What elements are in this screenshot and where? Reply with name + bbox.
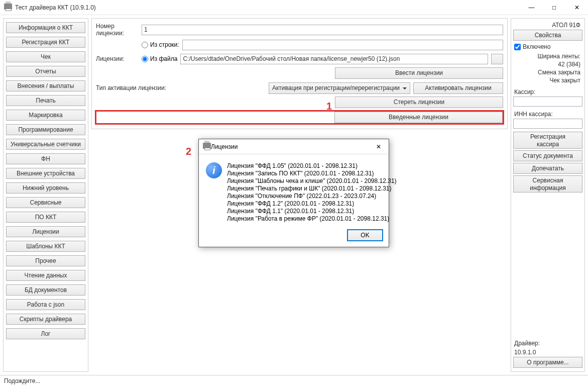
enter-licenses-button[interactable]: Ввести лицензии: [335, 67, 503, 79]
right-panel: АТОЛ 91Ф Свойства Включено Ширина ленты:…: [511, 18, 585, 372]
from-string-radio[interactable]: Из строки:: [142, 41, 179, 48]
service-info-button[interactable]: Сервиснаяинформация: [513, 175, 582, 192]
annotation-2: 2: [186, 146, 191, 157]
check-status: Чек закрыт: [513, 76, 582, 84]
cashier-label: Кассир:: [513, 87, 582, 96]
tape-width-label: Ширина ленты:: [513, 52, 582, 60]
nav-1[interactable]: Регистрация ККТ: [6, 37, 85, 48]
nav-21[interactable]: Лог: [6, 328, 85, 339]
file-path-input[interactable]: [180, 54, 488, 64]
nav-17[interactable]: Чтение данных: [6, 270, 85, 281]
shift-status: Смена закрыта: [513, 68, 582, 76]
maximize-button[interactable]: □: [543, 0, 565, 15]
entered-licenses-button[interactable]: Введенные лицензии: [334, 112, 503, 123]
activation-type-dropdown[interactable]: Активация при регистрации/перерегистраци…: [269, 82, 410, 94]
driver-label: Драйвер:: [513, 339, 582, 348]
licenses-label: Лицензии:: [96, 55, 139, 62]
nav-19[interactable]: Работа с json: [6, 299, 85, 310]
erase-licenses-button[interactable]: Стереть лицензии: [335, 96, 503, 108]
properties-button[interactable]: Свойства: [513, 30, 582, 41]
nav-8[interactable]: Универсальные счетчики: [6, 139, 85, 150]
cashier-inn-input[interactable]: [513, 119, 582, 129]
device-name: АТОЛ 91Ф: [513, 21, 582, 30]
tape-width-value: 42 (384): [513, 60, 582, 68]
license-number-input[interactable]: [142, 25, 503, 35]
from-string-input[interactable]: [182, 40, 503, 50]
driver-version: 10.9.1.0: [513, 348, 582, 357]
from-file-radio[interactable]: Из файла: [142, 55, 177, 62]
nav-3[interactable]: Отчеты: [6, 66, 85, 77]
annotation-1: 1: [326, 101, 332, 112]
license-number-label: Номер лицензии:: [96, 23, 139, 37]
nav-18[interactable]: БД документов: [6, 284, 85, 296]
nav-12[interactable]: Сервисные: [6, 197, 85, 208]
ok-button[interactable]: OK: [347, 230, 383, 241]
nav-6[interactable]: Маркировка: [6, 110, 85, 121]
statusbar: Подождите...: [0, 375, 588, 386]
nav-13[interactable]: ПО ККТ: [6, 212, 85, 223]
titlebar: Тест драйвера ККТ (10.9.1.0) — □ ✕: [0, 0, 588, 15]
register-cashier-button[interactable]: Регистрациякассира: [513, 132, 582, 149]
cashier-inn-label: ИНН кассира:: [513, 110, 582, 119]
nav-15[interactable]: Шаблоны ККТ: [6, 241, 85, 252]
dialog-close-button[interactable]: ✕: [369, 139, 389, 154]
dialog-text: Лицензия "ФФД 1.05" (2020.01.01 - 2098.1…: [227, 162, 397, 223]
nav-2[interactable]: Чек: [6, 51, 85, 62]
nav-10[interactable]: Внешние устройства: [6, 168, 85, 179]
nav-5[interactable]: Печать: [6, 95, 85, 106]
app-icon: [4, 4, 12, 12]
enabled-checkbox[interactable]: Включено: [513, 42, 582, 51]
reprint-button[interactable]: Допечатать: [513, 163, 582, 174]
nav-16[interactable]: Прочее: [6, 255, 85, 266]
window-title: Тест драйвера ККТ (10.9.1.0): [15, 4, 520, 11]
cashier-input[interactable]: [513, 96, 582, 107]
licenses-dialog: Лицензии ✕ i Лицензия "ФФД 1.05" (2020.0…: [198, 139, 389, 247]
nav-11[interactable]: Нижний уровень: [6, 182, 85, 194]
activate-licenses-button[interactable]: Активировать лицензии: [413, 82, 503, 94]
nav-14[interactable]: Лицензии: [6, 226, 85, 237]
browse-button[interactable]: [491, 54, 503, 64]
nav-7[interactable]: Программирование: [6, 124, 85, 135]
info-icon: i: [206, 162, 222, 178]
minimize-button[interactable]: —: [520, 0, 543, 15]
dialog-icon: [203, 143, 211, 150]
doc-status-button[interactable]: Статус документа: [513, 150, 582, 161]
left-nav: Информация о ККТРегистрация ККТЧекОтчеты…: [3, 18, 88, 372]
close-button[interactable]: ✕: [565, 0, 588, 15]
activation-type-label: Тип активации лицензии:: [96, 84, 174, 91]
nav-4[interactable]: Внесения / выплаты: [6, 80, 85, 91]
nav-20[interactable]: Скрипты драйвера: [6, 314, 85, 325]
dialog-title: Лицензии: [211, 143, 369, 150]
nav-0[interactable]: Информация о ККТ: [6, 22, 85, 33]
about-button[interactable]: О программе...: [513, 357, 582, 368]
nav-9[interactable]: ФН: [6, 153, 85, 164]
